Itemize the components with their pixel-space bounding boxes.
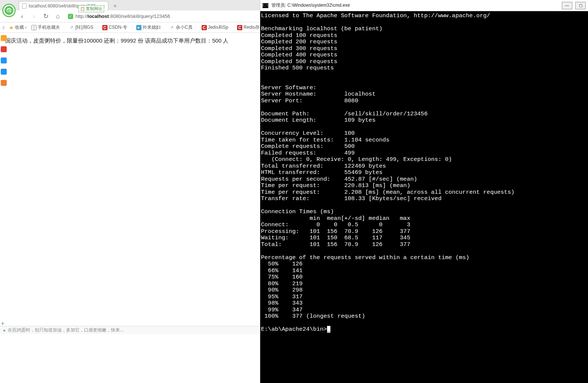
csdn-icon: C <box>237 25 242 30</box>
home-button[interactable]: ⌂ <box>54 12 62 21</box>
browser-window: e localhost:8080/sell/skill/query/123… ×… <box>0 0 260 383</box>
status-text: 在煎鸡蛋时，别只知道加油，多加它，口感更细嫩，快来... <box>8 327 124 333</box>
cursor: _ <box>327 326 330 333</box>
bilibili-icon: ▸ <box>136 25 141 30</box>
csdn-icon: C <box>202 25 207 30</box>
url-text: http://localhost:8080/sell/skill/query/1… <box>75 13 170 19</box>
phone-icon: ▯ <box>31 25 37 30</box>
bookmark-item[interactable]: CRedis存储 <box>237 24 260 31</box>
cmd-output[interactable]: Licensed to The Apache Software Foundati… <box>260 11 588 383</box>
cmd-icon: C:\ <box>262 3 268 8</box>
forward-button[interactable]: › <box>30 12 38 21</box>
back-button[interactable]: ‹ <box>18 12 26 21</box>
bookmark-item[interactable]: CCSDN-专 <box>102 24 127 31</box>
new-tab-button[interactable]: + <box>111 1 119 10</box>
status-bar: ● 在煎鸡蛋时，别只知道加油，多加它，口感更细嫩，快来... <box>0 326 260 334</box>
sidebar-doc-icon[interactable] <box>1 69 7 75</box>
cmd-titlebar: C:\ 管理员: C:\Windows\system32\cmd.exe — ▢ <box>260 0 588 11</box>
bookmark-item[interactable]: ↗[转]用GS <box>69 24 93 31</box>
maximize-button[interactable]: ▢ <box>575 2 586 9</box>
left-sidebar <box>0 33 7 86</box>
bookmark-item[interactable]: ▸外来媳妇 <box>136 24 161 31</box>
favorites-label: 收藏 <box>15 24 24 31</box>
page-icon <box>22 3 27 9</box>
bookmark-label: 余小C真 <box>176 24 193 31</box>
address-bar: ‹ › ↻ ⌂ ✓ http://localhost:8080/sell/ski… <box>0 10 260 22</box>
link-icon: ↗ <box>169 25 175 30</box>
bookmark-label: Redis存储 <box>243 24 260 31</box>
bookmark-label: CSDN-专 <box>109 24 127 31</box>
bookmark-label: 手机收藏夹 <box>38 24 60 31</box>
status-indicator-icon: ● <box>3 328 6 333</box>
cmd-title-text: 管理员: C:\Windows\system32\cmd.exe <box>271 2 559 9</box>
reload-button[interactable]: ↻ <box>42 12 50 21</box>
csdn-icon: C <box>102 25 108 30</box>
page-text: 国庆活动，皮蛋粥特价，限量份100000 还剩：99992 份 该商品成功下单用… <box>5 37 228 44</box>
sidebar-note-icon[interactable] <box>1 80 7 86</box>
bookmark-item[interactable]: ▯手机收藏夹 <box>31 24 60 31</box>
copy-url-label: 复制网址 <box>86 6 102 12</box>
minimize-button[interactable]: — <box>562 2 572 9</box>
star-icon: ★ <box>9 25 14 31</box>
bookmarks-bar: ‹| ★ 收藏 ▾ ▯手机收藏夹↗[转]用GSCCSDN-专▸外来媳妇↗余小C真… <box>0 22 260 33</box>
url-field[interactable]: ✓ http://localhost:8080/sell/skill/query… <box>66 12 257 21</box>
link-icon: ↗ <box>69 25 74 30</box>
sidebar-weibo-icon[interactable] <box>1 46 7 52</box>
bookmark-item[interactable]: ↗余小C真 <box>169 24 193 31</box>
bookmark-label: 外来媳妇 <box>143 24 161 31</box>
copy-url-tooltip: 复制网址 <box>78 5 104 12</box>
cmd-window: C:\ 管理员: C:\Windows\system32\cmd.exe — ▢… <box>260 0 588 383</box>
tab-bar: localhost:8080/sell/skill/query/123… × +… <box>0 0 260 10</box>
bookmarks-chevron[interactable]: ‹| <box>2 25 4 29</box>
browser-logo-icon: e <box>2 4 16 17</box>
sidebar-star-icon[interactable] <box>1 35 7 41</box>
favorites-button[interactable]: ★ 收藏 ▾ <box>9 24 27 31</box>
bookmark-item[interactable]: CJedis和Sp <box>202 24 228 31</box>
bookmark-label: Jedis和Sp <box>208 24 228 31</box>
bookmark-label: [转]用GS <box>75 24 93 31</box>
security-shield-icon: ✓ <box>68 14 73 19</box>
sidebar-mail-icon[interactable] <box>1 57 7 63</box>
